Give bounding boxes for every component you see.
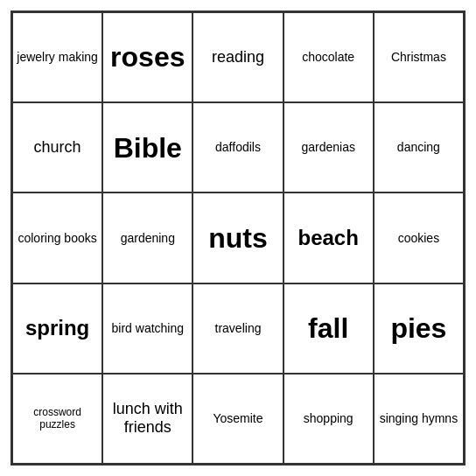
cell-22: Yosemite [192,374,283,464]
cell-15: spring [12,284,102,374]
cell-18: fall [284,284,374,374]
cell-4: Christmas [374,12,464,102]
cell-1: roses [102,12,192,102]
cell-12: nuts [192,192,283,283]
cell-5: church [12,102,102,192]
cell-13: beach [284,192,374,283]
cell-0: jewelry making [12,12,102,102]
cell-8: gardenias [284,102,374,192]
cell-20: crossword puzzles [12,374,102,464]
cell-7: daffodils [192,102,283,192]
cell-16: bird watching [102,284,192,374]
cell-21: lunch with friends [102,374,192,464]
bingo-board: jewelry makingrosesreadingchocolateChris… [10,10,466,466]
cell-9: dancing [374,102,464,192]
cell-24: singing hymns [374,374,464,464]
cell-3: chocolate [284,12,374,102]
cell-11: gardening [102,192,192,283]
cell-6: Bible [102,102,192,192]
cell-2: reading [192,12,283,102]
cell-17: traveling [192,284,283,374]
cell-23: shopping [284,374,374,464]
cell-14: cookies [374,192,464,283]
cell-19: pies [374,284,464,374]
cell-10: coloring books [12,192,102,283]
